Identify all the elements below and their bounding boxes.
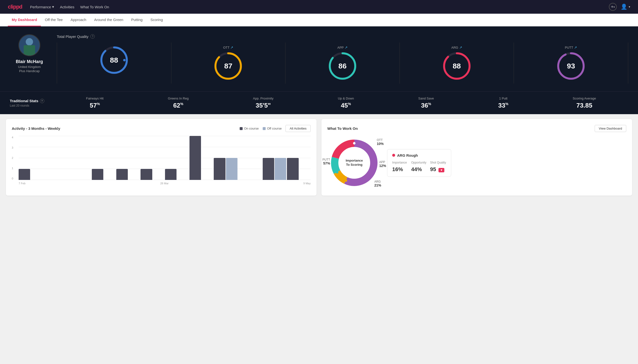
donut-center: ImportanceTo Scoring	[346, 159, 363, 167]
stat-fairways-hit: Fairways Hit 57%	[86, 96, 104, 109]
app-logo[interactable]: clippd	[8, 4, 22, 10]
tab-approach[interactable]: Approach	[67, 14, 90, 26]
all-activities-button[interactable]: All Activities	[285, 125, 311, 132]
bar-group	[263, 158, 286, 180]
chevron-down-icon: ▾	[613, 6, 615, 8]
donut-label-ott: OTT 10%	[377, 138, 384, 146]
svg-point-23	[340, 148, 342, 150]
arg-label: ARG ↗	[451, 46, 462, 50]
trend-icon: ↗	[230, 46, 233, 50]
tab-off-the-tee[interactable]: Off the Tee	[41, 14, 67, 26]
bar-group	[19, 169, 42, 180]
tab-around-the-green[interactable]: Around the Green	[90, 14, 127, 26]
stat-app-proximity: App. Proximity 35'5"	[253, 96, 274, 109]
shot-quality-label: Shot Quality	[430, 161, 446, 164]
donut-container: PUTT 57% OTT 10% APP 12% ARG 21%	[327, 136, 381, 190]
nav-links: Performance ▾ Activities What To Work On	[30, 4, 601, 10]
arg-rough-card: ARG Rough Importance Opportunity Shot Qu…	[387, 149, 451, 177]
legend-on-course: On course	[240, 127, 259, 130]
add-button[interactable]: + ▾	[609, 3, 617, 11]
importance-label: Importance	[392, 161, 408, 164]
bar-on-course	[214, 158, 225, 180]
chart-legend: On course Off course	[240, 127, 282, 130]
y-label-2: 2	[12, 156, 13, 160]
score-ott-value: 87	[224, 62, 232, 70]
activity-card: Activity - 3 Months - Weekly On course O…	[6, 119, 317, 196]
help-icon[interactable]: ?	[90, 34, 95, 38]
score-arg-value: 88	[453, 62, 461, 70]
scores-section: Total Player Quality ? 88	[57, 34, 628, 84]
y-label-4: 4	[12, 136, 13, 139]
y-label-3: 3	[12, 146, 13, 149]
work-title: What To Work On	[327, 126, 358, 130]
donut-label-putt: PUTT 57%	[322, 158, 330, 165]
svg-point-20	[353, 142, 355, 144]
x-label-feb: 7 Feb	[19, 182, 26, 185]
bar-group	[140, 169, 164, 180]
view-dashboard-button[interactable]: View Dashboard	[595, 125, 626, 132]
user-menu-button[interactable]: 👤 ▾	[621, 4, 630, 10]
trad-help-icon[interactable]: ?	[40, 99, 44, 103]
y-label-1: 1	[12, 167, 13, 170]
bar-group	[92, 169, 116, 180]
svg-point-22	[336, 171, 338, 174]
activity-title: Activity - 3 Months - Weekly	[12, 126, 60, 130]
bar-on-course	[140, 169, 152, 180]
shot-quality-badge: ▼	[439, 168, 444, 172]
player-handicap: Plus Handicap	[19, 69, 40, 73]
player-country: United Kingdom	[18, 65, 41, 69]
nav-what-to-work-on[interactable]: What To Work On	[80, 4, 109, 10]
svg-rect-3	[24, 45, 35, 56]
legend-off-course: Off course	[263, 127, 282, 130]
work-card: What To Work On View Dashboard	[321, 119, 632, 196]
svg-point-21	[345, 180, 347, 182]
opportunity-value: 44%	[411, 166, 427, 172]
bar-on-course	[263, 158, 274, 180]
stat-1putt: 1 Putt 33%	[498, 96, 508, 109]
info-grid: Importance Opportunity Shot Quality 16% …	[392, 161, 446, 172]
legend-dot-off-course	[263, 127, 266, 130]
score-arg: ARG ↗ 88	[400, 42, 514, 84]
stat-items: Fairways Hit 57% Greens In Reg 62% App. …	[54, 96, 628, 109]
tab-scoring[interactable]: Scoring	[146, 14, 167, 26]
donut-label-app: APP 12%	[379, 160, 386, 168]
bar-chart: 0 1 2 3 4 7	[12, 136, 311, 190]
bar-on-course	[92, 169, 103, 180]
nav-activities[interactable]: Activities	[60, 4, 74, 10]
score-putt-value: 93	[567, 62, 575, 70]
bar-on-course	[189, 136, 201, 180]
activity-card-header: Activity - 3 Months - Weekly On course O…	[12, 125, 311, 132]
donut-label-arg: ARG 21%	[374, 180, 381, 187]
score-app-value: 86	[338, 62, 346, 70]
tpq-label: Total Player Quality	[57, 34, 88, 38]
importance-value: 16%	[392, 166, 408, 172]
ott-label: OTT ↗	[223, 46, 233, 50]
chevron-down-icon: ▾	[629, 5, 630, 8]
ring-arg: 88	[442, 51, 472, 81]
bar-group	[287, 158, 311, 180]
tab-putting[interactable]: Putting	[127, 14, 147, 26]
svg-point-1	[26, 38, 33, 46]
nav-performance[interactable]: Performance ▾	[30, 4, 54, 10]
navbar: clippd Performance ▾ Activities What To …	[0, 0, 638, 14]
score-overall-value: 88	[110, 56, 118, 64]
trend-icon: ↗	[574, 46, 577, 50]
player-card: Blair McHarg United Kingdom Plus Handica…	[10, 34, 49, 73]
score-putt: PUTT ↗ 93	[514, 42, 628, 84]
bar-off-course	[275, 158, 286, 180]
stat-scoring-avg: Scoring Average 73.85	[573, 96, 596, 109]
avatar	[18, 34, 40, 56]
svg-point-6	[123, 59, 126, 61]
tab-my-dashboard[interactable]: My Dashboard	[8, 14, 41, 26]
app-label: APP ↗	[337, 46, 348, 50]
score-cards: 88 OTT ↗ 87	[57, 42, 628, 84]
work-card-header: What To Work On View Dashboard	[327, 125, 626, 132]
bar-on-course	[165, 169, 176, 180]
score-ott: OTT ↗ 87	[171, 42, 286, 84]
hero-section: Blair McHarg United Kingdom Plus Handica…	[0, 26, 638, 92]
ring-ott: 87	[214, 51, 243, 81]
ring-app: 86	[328, 51, 357, 81]
legend-dot-on-course	[240, 127, 243, 130]
putt-label: PUTT ↗	[565, 46, 577, 50]
x-label-may: 9 May	[303, 182, 311, 185]
